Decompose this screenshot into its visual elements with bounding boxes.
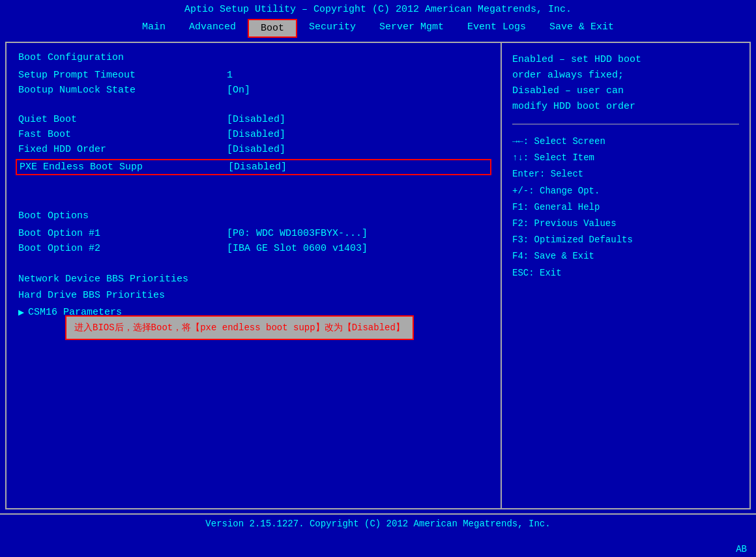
- footer-ab: AB: [736, 544, 747, 554]
- hdd-bbs-label: Hard Drive BBS Priorities: [18, 290, 227, 301]
- boot-option-2-label: Boot Option #2: [18, 243, 227, 254]
- boot-options-title: Boot Options: [18, 210, 489, 221]
- right-divider: [512, 124, 739, 124]
- network-bbs-label: Network Device BBS Priorities: [18, 274, 227, 285]
- right-panel: Enabled – set HDD boot order always fixe…: [502, 43, 749, 508]
- hdd-bbs-row[interactable]: Hard Drive BBS Priorities: [18, 290, 489, 301]
- key-select-item: ↑↓: Select Item: [512, 150, 739, 166]
- key-f3: F3: Optimized Defaults: [512, 232, 739, 248]
- fast-boot-label: Fast Boot: [18, 129, 227, 140]
- nav-item-boot[interactable]: Boot: [248, 19, 297, 38]
- setup-prompt-value: 1: [227, 70, 233, 81]
- pxe-label: PXE Endless Boot Supp: [20, 162, 228, 173]
- boot-option-2-value: [IBA GE Slot 0600 v1403]: [227, 243, 368, 254]
- key-f2: F2: Previous Values: [512, 216, 739, 232]
- key-change-opt: +/-: Change Opt.: [512, 183, 739, 199]
- nav-item-advanced[interactable]: Advanced: [177, 19, 248, 38]
- fast-boot-row[interactable]: Fast Boot [Disabled]: [18, 129, 489, 140]
- pxe-row[interactable]: PXE Endless Boot Supp [Disabled]: [16, 159, 491, 175]
- quiet-boot-value: [Disabled]: [227, 114, 285, 125]
- nav-item-event-logs[interactable]: Event Logs: [456, 19, 538, 38]
- header-title: Aptio Setup Utility – Copyright (C) 2012…: [0, 0, 756, 16]
- nav-item-server-mgmt[interactable]: Server Mgmt: [368, 19, 456, 38]
- navbar: MainAdvancedBootSecurityServer MgmtEvent…: [0, 16, 756, 38]
- fixed-hdd-label: Fixed HDD Order: [18, 144, 227, 155]
- key-help-section: →←: Select Screen ↑↓: Select Item Enter:…: [512, 134, 739, 281]
- key-f1: F1: General Help: [512, 199, 739, 216]
- boot-option-1-row[interactable]: Boot Option #1 [P0: WDC WD1003FBYX-...]: [18, 228, 489, 239]
- help-line-1: Enabled – set HDD boot: [512, 52, 739, 68]
- nav-item-save-&-exit[interactable]: Save & Exit: [538, 19, 626, 38]
- boot-option-2-row[interactable]: Boot Option #2 [IBA GE Slot 0600 v1403]: [18, 243, 489, 254]
- boot-option-1-value: [P0: WDC WD1003FBYX-...]: [227, 228, 368, 239]
- fixed-hdd-value: [Disabled]: [227, 144, 285, 155]
- boot-options-section: Boot Options Boot Option #1 [P0: WDC WD1…: [18, 210, 489, 319]
- help-line-4: modify HDD boot order: [512, 99, 739, 115]
- nav-item-security[interactable]: Security: [297, 19, 368, 38]
- boot-config-title: Boot Configuration: [18, 52, 489, 63]
- numlock-value: [On]: [227, 85, 250, 96]
- main-area: Boot Configuration Setup Prompt Timeout …: [5, 42, 751, 509]
- nav-item-main[interactable]: Main: [130, 19, 177, 38]
- boot-option-1-label: Boot Option #1: [18, 228, 227, 239]
- network-bbs-row[interactable]: Network Device BBS Priorities: [18, 274, 489, 285]
- help-line-2: order always fixed;: [512, 68, 739, 83]
- key-esc: ESC: Exit: [512, 265, 739, 281]
- tooltip-text: 进入BIOS后，选择Boot，将【pxe endless boot supp】改…: [74, 322, 405, 333]
- numlock-row: Bootup NumLock State [On]: [18, 85, 489, 96]
- footer: Version 2.15.1227. Copyright (C) 2012 Am…: [0, 513, 756, 530]
- fast-boot-value: [Disabled]: [227, 129, 285, 140]
- fixed-hdd-row[interactable]: Fixed HDD Order [Disabled]: [18, 144, 489, 155]
- footer-text: Version 2.15.1227. Copyright (C) 2012 Am…: [205, 519, 550, 529]
- quiet-boot-row[interactable]: Quiet Boot [Disabled]: [18, 114, 489, 125]
- title-text: Aptio Setup Utility – Copyright (C) 2012…: [184, 4, 572, 15]
- key-enter: Enter: Select: [512, 166, 739, 182]
- quiet-boot-label: Quiet Boot: [18, 114, 227, 125]
- help-line-3: Disabled – user can: [512, 83, 739, 99]
- numlock-label: Bootup NumLock State: [18, 85, 227, 96]
- csm16-arrow: ▶: [18, 306, 24, 319]
- key-f4: F4: Save & Exit: [512, 248, 739, 264]
- setup-prompt-label: Setup Prompt Timeout: [18, 70, 227, 81]
- help-text: Enabled – set HDD boot order always fixe…: [512, 52, 739, 115]
- tooltip: 进入BIOS后，选择Boot，将【pxe endless boot supp】改…: [65, 315, 414, 340]
- key-select-screen: →←: Select Screen: [512, 134, 739, 150]
- left-panel: Boot Configuration Setup Prompt Timeout …: [7, 43, 502, 508]
- setup-prompt-row: Setup Prompt Timeout 1: [18, 70, 489, 81]
- pxe-value: [Disabled]: [228, 162, 287, 173]
